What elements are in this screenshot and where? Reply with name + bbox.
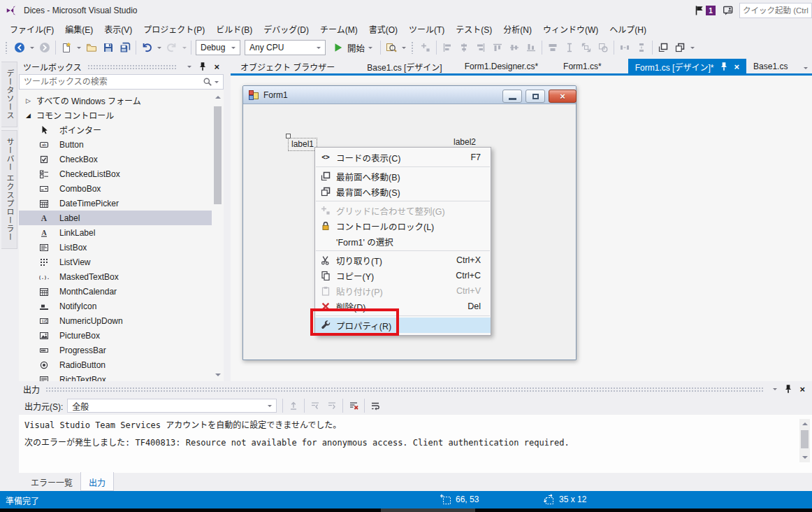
menu-item-5[interactable]: デバッグ(D) [258,21,314,36]
output-header[interactable]: 出力 × [19,381,812,397]
navigate-backward-button[interactable] [12,40,27,55]
toolbox-group-0[interactable]: ▷すべての Windows フォーム [19,93,212,108]
solution-platform-dropdown[interactable]: Any CPU [245,40,326,55]
toolbox-item-ListView[interactable]: ListView [19,255,212,269]
undo-dropdown[interactable] [156,40,163,55]
label2-control[interactable]: label2 [454,137,476,147]
label1-control[interactable]: label1 [288,138,317,151]
new-file-dropdown[interactable] [75,40,82,55]
menu-item-12[interactable]: ヘルプ(H) [604,21,652,36]
layout-toolbar-overflow-button[interactable] [689,40,696,55]
menu-item-8[interactable]: ツール(T) [403,21,450,36]
menu-item-11[interactable]: ウィンドウ(W) [537,21,604,36]
output-drag-dots[interactable] [45,387,763,392]
document-tab-5[interactable]: Base1.cs [746,59,795,76]
save-button[interactable] [101,40,116,55]
feedback-icon[interactable] [723,5,734,16]
toolbox-item-PictureBox[interactable]: PictureBox [19,328,212,343]
toolbox-group-1[interactable]: ◢コモン コントロール [19,108,212,122]
document-tab-4[interactable]: Form1.cs [デザイン]*× [628,59,746,76]
output-scrollbar[interactable] [799,419,810,462]
menu-item-7[interactable]: 書式(O) [363,21,403,36]
start-debugging-button[interactable]: 開始 [329,40,377,55]
tool-window-tab-1[interactable]: 出力 [80,472,114,491]
quick-launch-input[interactable] [743,6,809,15]
output-close-icon[interactable]: × [799,385,805,394]
scroll-up-icon[interactable] [802,422,808,425]
menu-item-10[interactable]: 分析(N) [498,21,537,36]
toolbar-overflow-button[interactable] [400,40,407,55]
side-tab-1[interactable]: サーバー エクスプローラー [1,130,17,249]
toolbox-search-input[interactable] [24,77,203,87]
menu-item-9[interactable]: テスト(S) [450,21,498,36]
word-wrap-button[interactable] [368,398,383,413]
redo-button[interactable] [164,40,180,55]
undo-button[interactable] [139,40,154,55]
menu-item-1[interactable]: 編集(E) [59,21,99,36]
tab-close-icon[interactable]: × [734,62,739,71]
toolbox-item-CheckBox[interactable]: CheckBox [19,152,212,166]
side-tab-0[interactable]: データソース [1,62,17,127]
title-bar[interactable]: Dices - Microsoft Visual Studio 1 [0,0,812,21]
context-menu-item-2[interactable]: 最前面へ移動(B) [315,169,491,184]
toolbox-item-MonthCalendar[interactable]: MonthCalendar [19,284,212,299]
find-in-files-button[interactable] [384,40,399,55]
toolbox-header[interactable]: ツールボックス × [19,59,224,74]
document-tab-0[interactable]: オブジェクト ブラウザー [233,59,342,76]
toolbox-item-MaskedTextBox[interactable]: (.).MaskedTextBox [19,269,212,284]
clear-output-button[interactable] [346,398,361,413]
menu-item-4[interactable]: ビルド(B) [210,21,258,36]
send-back-button[interactable] [672,40,688,55]
toolbox-item-ポインター[interactable]: ポインター [19,122,212,137]
menu-item-6[interactable]: チーム(M) [314,21,363,36]
document-tab-2[interactable]: Form1.Designer.cs* [458,59,545,76]
toolbox-item-ListBox[interactable]: ListBox [19,240,212,255]
new-file-button[interactable] [59,40,74,55]
tool-window-tab-0[interactable]: エラー一覧 [23,473,80,491]
bring-front-button[interactable] [655,40,671,55]
toolbox-item-RadioButton[interactable]: RadioButton [19,357,212,372]
output-scroll-thumb[interactable] [801,430,809,448]
toolbox-close-icon[interactable]: × [214,62,219,71]
label1-text[interactable]: label1 [288,138,317,151]
solution-configuration-dropdown[interactable]: Debug [196,40,240,55]
toolbox-item-Label[interactable]: ALabel [19,211,212,225]
document-list-dropdown-icon[interactable] [804,67,808,71]
toolbox-pin-icon[interactable] [198,62,208,71]
context-menu-item-6[interactable]: コントロールのロック(L) [315,218,491,234]
toolbox-scroll-thumb[interactable] [214,106,222,204]
quick-launch-box[interactable] [739,3,812,18]
menu-item-0[interactable]: ファイル(F) [4,21,59,36]
toolbar-grip[interactable] [5,41,8,54]
navigate-backward-dropdown[interactable] [29,40,36,55]
toolbox-item-Button[interactable]: abButton [19,137,212,152]
document-tab-3[interactable]: Form1.cs* [556,59,609,76]
output-text-area[interactable]: Visual Studio Team Services アカウントを自動的に設定… [19,415,812,473]
notification-count-badge[interactable]: 1 [706,6,716,15]
output-pin-icon[interactable] [783,384,793,394]
tab-pin-icon[interactable] [719,62,729,71]
toolbox-item-ProgressBar[interactable]: ProgressBar [19,343,212,357]
redo-dropdown[interactable] [181,40,188,55]
notifications-flag-icon[interactable] [694,5,705,16]
menu-item-2[interactable]: 表示(V) [99,21,138,36]
open-file-button[interactable] [84,40,99,55]
toolbox-item-DateTimePicker[interactable]: DateTimePicker [19,196,212,211]
toolbox-item-NumericUpDown[interactable]: 12NumericUpDown [19,313,212,328]
selection-grip[interactable] [286,134,291,138]
toolbox-item-NotifyIcon[interactable]: NotifyIcon [19,299,212,313]
output-source-dropdown[interactable]: 全般 [67,399,277,413]
document-tab-1[interactable]: Base1.cs [デザイン] [360,59,449,76]
context-menu-item-9[interactable]: 切り取り(T)Ctrl+X [315,253,491,268]
layout-toolbar-grip[interactable] [411,41,414,54]
context-menu-item-3[interactable]: 最背面へ移動(S) [315,184,491,199]
context-menu-item-7[interactable]: 'Form1' の選択 [315,234,491,249]
toolbox-item-LinkLabel[interactable]: ALinkLabel [19,225,212,240]
toolbox-options-icon[interactable] [187,66,191,70]
menu-item-3[interactable]: プロジェクト(P) [138,21,210,36]
save-all-button[interactable] [117,40,133,55]
scroll-up-icon[interactable] [215,96,221,99]
scroll-down-icon[interactable] [215,374,221,376]
output-options-icon[interactable] [773,388,777,392]
context-menu-item-0[interactable]: <>コードの表示(C)F7 [315,150,491,165]
